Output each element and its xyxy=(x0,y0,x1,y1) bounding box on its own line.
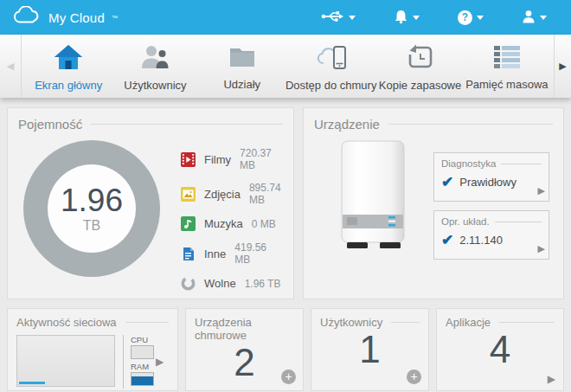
backups-icon xyxy=(407,44,434,73)
title-rule xyxy=(495,222,542,222)
chevron-down-icon xyxy=(540,16,547,20)
capacity-panel: Pojemność 1.96 TB xyxy=(7,107,294,299)
topbar-actions xyxy=(319,7,549,29)
usb-icon xyxy=(321,10,344,26)
usb-menu-button[interactable] xyxy=(319,7,357,29)
diagnostics-box: Diagnostyka Prawidłowy xyxy=(433,152,549,202)
help-menu-button[interactable] xyxy=(456,7,485,29)
cloud-access-icon xyxy=(315,44,348,73)
capacity-donut-chart: 1.96 TB xyxy=(23,140,160,277)
title-rule xyxy=(391,322,420,323)
legend-value: 720.37 MB xyxy=(240,147,283,171)
cpu-meter xyxy=(131,345,154,359)
diagnostics-title: Diagnostyka xyxy=(441,158,496,169)
network-details-arrow[interactable] xyxy=(156,356,164,368)
nav-tab-label: Pamięć masowa xyxy=(465,78,548,91)
nav-tab-label: Ekran główny xyxy=(35,79,102,92)
diagnostics-details-arrow[interactable] xyxy=(538,185,545,196)
panel-title: Aktywność sieciowa xyxy=(16,316,117,329)
check-icon xyxy=(441,173,453,191)
users-panel: Użytkownicy 1 xyxy=(311,308,429,391)
legend-label: Filmy xyxy=(204,153,231,166)
nav-ribbon: Ekran główny Użytkownicy xyxy=(0,35,571,98)
firmware-title: Opr. układ. xyxy=(441,216,490,227)
trademark: ™ xyxy=(112,15,118,21)
brand: My Cloud ™ xyxy=(12,6,118,29)
users-icon xyxy=(139,44,170,73)
photos-icon xyxy=(181,187,196,202)
nav-scroll-left-button[interactable] xyxy=(0,35,22,98)
firmware-head: Opr. układ. xyxy=(441,216,542,227)
legend-item-free: Wolne 1.96 TB xyxy=(181,276,283,291)
bottom-row: Aktywność sieciowa CPU RAM xyxy=(7,308,564,391)
chevron-down-icon xyxy=(413,16,420,20)
firmware-details-arrow[interactable] xyxy=(538,243,545,254)
user-menu-button[interactable] xyxy=(520,7,549,29)
system-meters: CPU RAM xyxy=(131,335,154,386)
music-icon xyxy=(181,216,196,231)
nas-device-image xyxy=(330,138,416,260)
nav-tab-users[interactable]: Użytkownicy xyxy=(112,35,198,98)
panel-title: Użytkownicy xyxy=(320,316,382,329)
legend-value: 895.74 MB xyxy=(249,182,283,206)
top-row: Pojemność 1.96 TB xyxy=(7,107,564,299)
legend-label: Wolne xyxy=(204,277,236,290)
chevron-down-icon xyxy=(477,16,484,20)
nav-scroll-right-button[interactable] xyxy=(554,35,571,98)
title-rule xyxy=(388,124,553,125)
panel-title: Urządzenie xyxy=(314,117,380,132)
device-body: Diagnostyka Prawidłowy Opr. układ xyxy=(314,133,553,260)
apps-count: 4 xyxy=(446,330,555,370)
other-files-icon xyxy=(181,247,196,261)
chevron-down-icon xyxy=(349,16,356,20)
add-user-button[interactable] xyxy=(407,370,421,384)
diagnostics-head: Diagnostyka xyxy=(441,158,542,169)
alerts-menu-button[interactable] xyxy=(392,7,421,29)
alerts-bell-icon xyxy=(394,9,408,27)
panel-title: Aplikacje xyxy=(446,316,491,329)
nav-tab-storage[interactable]: Pamięć masowa xyxy=(464,35,550,98)
nav-tab-cloud-access[interactable]: Dostęp do chmury xyxy=(286,35,377,98)
check-icon xyxy=(441,231,453,249)
title-rule xyxy=(125,322,169,323)
storage-icon xyxy=(493,45,521,72)
firmware-version: 2.11.140 xyxy=(459,234,503,247)
free-space-icon xyxy=(181,276,196,291)
donut-center: 1.96 TB xyxy=(48,164,136,253)
panel-title: Urządzenia chmurowe xyxy=(195,316,286,342)
title-rule xyxy=(501,164,542,164)
user-icon xyxy=(522,10,536,26)
topbar: My Cloud ™ xyxy=(0,0,571,35)
help-icon xyxy=(458,10,472,25)
divider xyxy=(123,335,124,389)
nav-tab-label: Kopie zapasowe xyxy=(379,79,461,92)
network-activity-panel: Aktywność sieciowa CPU RAM xyxy=(7,308,178,391)
legend-item-music: Muzyka 0 MB xyxy=(181,216,283,231)
network-panel-head: Aktywność sieciowa xyxy=(16,316,169,329)
nav-tabs: Ekran główny Użytkownicy xyxy=(22,35,554,98)
users-head: Użytkownicy xyxy=(320,316,420,329)
capacity-total-value: 1.96 xyxy=(61,184,123,216)
firmware-version-row: 2.11.140 xyxy=(441,231,542,249)
firmware-box: Opr. układ. 2.11.140 xyxy=(433,210,549,260)
legend-item-videos: Filmy 720.37 MB xyxy=(181,147,283,171)
legend-item-other: Inne 419.56 MB xyxy=(181,241,283,266)
nav-tab-backups[interactable]: Kopie zapasowe xyxy=(376,35,463,98)
nav-tab-home[interactable]: Ekran główny xyxy=(25,35,112,98)
add-cloud-device-button[interactable] xyxy=(281,370,296,384)
ram-label: RAM xyxy=(131,362,154,371)
capacity-panel-head: Pojemność xyxy=(18,117,283,132)
nav-tab-shares[interactable]: Udziały xyxy=(199,35,286,98)
legend-value: 1.96 TB xyxy=(245,278,281,290)
legend-label: Inne xyxy=(204,247,226,260)
dashboard-content: Pojemność 1.96 TB xyxy=(0,98,571,392)
title-rule xyxy=(499,322,555,323)
videos-icon xyxy=(181,152,196,167)
network-activity-trace xyxy=(19,382,45,384)
capacity-body: 1.96 TB Filmy 720.37 MB xyxy=(18,140,283,291)
nav-tab-label: Dostęp do chmury xyxy=(286,79,377,92)
cloud-devices-count: 2 xyxy=(195,343,294,382)
apps-details-arrow[interactable] xyxy=(548,373,555,385)
title-rule xyxy=(91,124,283,125)
cpu-label: CPU xyxy=(131,335,154,344)
